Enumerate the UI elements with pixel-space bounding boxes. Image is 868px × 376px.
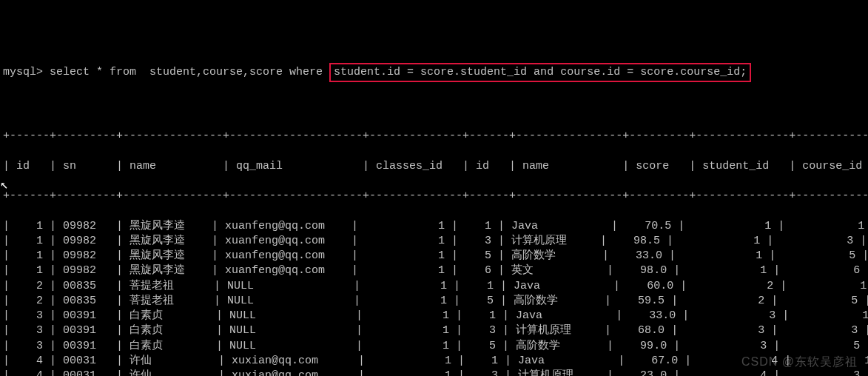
table-row: | 3 | 00391 | 白素贞 | NULL | 1 | 1 | Java … <box>3 309 865 323</box>
table-row: | 1 | 09982 | 黑旋风李逵 | xuanfeng@qq.com | … <box>3 219 865 234</box>
mysql-prompt: mysql> <box>3 65 50 80</box>
table-row: | 3 | 00391 | 白素贞 | NULL | 1 | 5 | 高阶数学 … <box>3 339 865 354</box>
mouse-cursor-icon: ↖ <box>0 176 8 194</box>
table-row: | 2 | 00835 | 菩提老祖 | NULL | 1 | 5 | 高阶数学… <box>3 294 865 309</box>
sql-query-prefix: select * from student,course,score where <box>50 65 329 80</box>
table-separator-top: +------+---------+---------------+------… <box>3 129 865 144</box>
table-separator-mid: +------+---------+---------------+------… <box>3 189 865 204</box>
table-row: | 4 | 00031 | 许仙 | xuxian@qq.com | 1 | 3… <box>3 369 865 376</box>
table-row: | 1 | 09982 | 黑旋风李逵 | xuanfeng@qq.com | … <box>3 234 865 249</box>
table-row: | 3 | 00391 | 白素贞 | NULL | 1 | 3 | 计算机原理… <box>3 323 865 338</box>
sql-prompt-line[interactable]: mysql> select * from student,course,scor… <box>3 63 865 82</box>
table-row: | 2 | 00835 | 菩提老祖 | NULL | 1 | 1 | Java… <box>3 279 865 294</box>
watermark-text: CSDN @东软吴彦祖 <box>741 354 858 370</box>
table-header-row: | id | sn | name | qq_mail | classes_id … <box>3 159 865 174</box>
result-table: +------+---------+---------------+------… <box>3 114 865 376</box>
table-row: | 1 | 09982 | 黑旋风李逵 | xuanfeng@qq.com | … <box>3 249 865 263</box>
sql-where-clause-highlight: student.id = score.student_id and course… <box>329 63 751 82</box>
table-row: | 4 | 00031 | 许仙 | xuxian@qq.com | 1 | 1… <box>3 354 865 369</box>
table-row: | 1 | 09982 | 黑旋风李逵 | xuanfeng@qq.com | … <box>3 263 865 278</box>
